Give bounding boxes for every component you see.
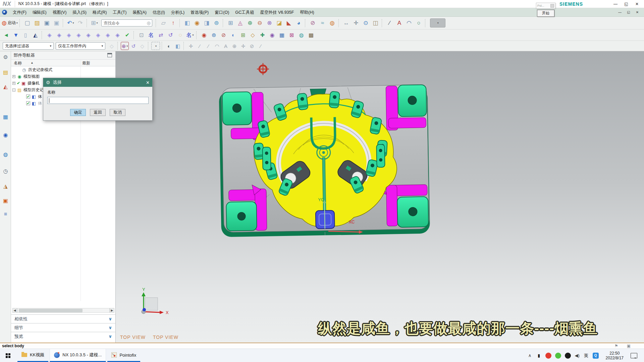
- tree-expander-icon[interactable]: +: [12, 82, 15, 85]
- microphone-icon[interactable]: ▮: [536, 353, 542, 358]
- revolve-button[interactable]: ◉: [193, 18, 202, 27]
- update-button[interactable]: ↺: [166, 31, 175, 40]
- scroll-left-icon[interactable]: ◀: [12, 308, 17, 313]
- window-button[interactable]: ◫: [371, 18, 380, 27]
- minimize-button[interactable]: —: [613, 2, 618, 6]
- half-shade-button[interactable]: ◐: [229, 31, 238, 40]
- datum-axis-button[interactable]: ↑: [169, 18, 178, 27]
- swap-button[interactable]: ⇄: [156, 31, 165, 40]
- highlight-ball-button[interactable]: ◐: [165, 42, 173, 50]
- snap-intersection-button[interactable]: A: [222, 42, 230, 50]
- ring-button[interactable]: ⊚: [209, 31, 218, 40]
- pattern-button[interactable]: ⊞: [226, 18, 235, 27]
- sew-button[interactable]: ≈: [318, 18, 327, 27]
- table-button[interactable]: ▦: [277, 31, 286, 40]
- filter-funnel-button[interactable]: ◄: [2, 31, 11, 40]
- snap-point-button[interactable]: ✛: [187, 42, 195, 50]
- select-next-button[interactable]: ◇: [138, 42, 146, 50]
- save-button[interactable]: ▣: [42, 18, 51, 27]
- menu-星空外挂 V6.935F[interactable]: 星空外挂 V6.935F: [257, 8, 297, 17]
- horizontal-scrollbar[interactable]: ◀ ▶: [12, 308, 114, 313]
- shell-button[interactable]: ◪: [275, 18, 284, 27]
- pointofix-start-button[interactable]: 开始: [537, 10, 554, 17]
- circle-button[interactable]: ○: [414, 18, 423, 27]
- start-button[interactable]: [0, 349, 16, 362]
- dialog-header[interactable]: ⚙ 选择 ✕: [43, 78, 152, 87]
- datum-grid-button[interactable]: ⊡: [137, 31, 146, 40]
- add-button[interactable]: ✚: [258, 31, 267, 40]
- start-app-button[interactable]: ◍启动▾: [2, 18, 18, 27]
- redo-button[interactable]: ↷: [76, 18, 85, 27]
- new-file-button[interactable]: ▢: [23, 18, 32, 27]
- constraint-navigator-tab[interactable]: ◭: [1, 82, 10, 91]
- name-input[interactable]: [47, 97, 149, 104]
- reuse-library-tab[interactable]: ▦: [1, 113, 10, 121]
- open-button[interactable]: ▨: [33, 18, 42, 27]
- arc-button[interactable]: ◠: [405, 18, 414, 27]
- menu-视图(V)[interactable]: 视图(V): [50, 8, 70, 17]
- solid-cube-button[interactable]: ◧: [174, 42, 182, 50]
- snap-arc-center-button[interactable]: ◠: [213, 42, 221, 50]
- menu-GC工具箱[interactable]: GC工具箱: [232, 8, 257, 17]
- pointofix-window-button[interactable]: [550, 4, 554, 8]
- web-browser-tab[interactable]: ◍: [1, 150, 10, 159]
- sync-resize-button[interactable]: ◈: [84, 31, 93, 40]
- extrude-button[interactable]: ◧: [183, 18, 192, 27]
- draft-button[interactable]: ◬: [236, 18, 245, 27]
- menu-窗口(O)[interactable]: 窗口(O): [212, 8, 232, 17]
- block-button[interactable]: ◨: [202, 18, 211, 27]
- blend-button[interactable]: ◕: [294, 18, 303, 27]
- diamond-button[interactable]: ◇: [248, 31, 257, 40]
- speaker-icon[interactable]: ◀): [575, 353, 580, 358]
- name-display-dropdown[interactable]: 名▾: [185, 31, 195, 40]
- tree-checkbox[interactable]: ✔: [26, 101, 30, 105]
- restore-button[interactable]: ◱: [624, 2, 629, 6]
- qq-icon[interactable]: [565, 353, 571, 359]
- sphere-button[interactable]: ◍: [328, 18, 337, 27]
- sync-paste-face-button[interactable]: ◈: [113, 31, 122, 40]
- approve-check-button[interactable]: ✔: [123, 31, 132, 40]
- flag-icon[interactable]: ⚑: [614, 344, 618, 348]
- tray-expand-icon[interactable]: ∧: [527, 353, 533, 358]
- trim-button[interactable]: ⊘: [308, 18, 317, 27]
- snap-endpoint-button[interactable]: ∕: [196, 42, 204, 50]
- move-object-button[interactable]: ✛: [352, 18, 361, 27]
- hatch-button[interactable]: ▩: [307, 31, 316, 40]
- grid-plus-button[interactable]: ⊞: [238, 31, 248, 40]
- taskbar-item-Pointofix[interactable]: Pointofix: [107, 349, 140, 362]
- chamfer-button[interactable]: ◣: [284, 18, 293, 27]
- tree-expander-icon[interactable]: +: [12, 75, 15, 78]
- graphics-viewport[interactable]: YC XC Y: [116, 51, 644, 343]
- hd3d-tool-tab[interactable]: ◉: [1, 131, 10, 139]
- import-body-button[interactable]: ▼: [11, 31, 20, 40]
- name-label-button[interactable]: 名: [147, 31, 156, 40]
- column-latest[interactable]: 最新: [82, 60, 90, 66]
- sync-pull-face-button[interactable]: ◈: [55, 31, 64, 40]
- unite-button[interactable]: ⊕: [246, 18, 255, 27]
- display-mode-dropdown[interactable]: ▾: [430, 18, 445, 27]
- history-tab[interactable]: ◷: [1, 167, 10, 175]
- roles-tab[interactable]: ≡: [1, 210, 10, 218]
- menu-信息(I)[interactable]: 信息(I): [150, 8, 168, 17]
- snap-off-button[interactable]: ⊘: [248, 42, 256, 50]
- show-cube-button[interactable]: ▯: [21, 31, 30, 40]
- select-prev-button[interactable]: ◇: [108, 42, 116, 50]
- menu-分析(L)[interactable]: 分析(L): [168, 8, 187, 17]
- rectangle-select-dropdown[interactable]: ▾: [151, 42, 160, 50]
- snap-existing-point-button[interactable]: ✛: [239, 42, 247, 50]
- shaded-sphere-button[interactable]: ◍: [297, 31, 306, 40]
- menu-插入(S)[interactable]: 插入(S): [69, 8, 90, 17]
- sync-copy-face-button[interactable]: ◈: [103, 31, 112, 40]
- panel-pin-icon[interactable]: [107, 53, 112, 57]
- tree-row[interactable]: ◷历史记录模式: [11, 66, 115, 73]
- save-as-button[interactable]: ▣: [52, 18, 61, 27]
- monitor-icon[interactable]: ▣: [627, 344, 631, 348]
- line-button[interactable]: ∕: [385, 18, 394, 27]
- wcs-button[interactable]: ⊙: [361, 18, 370, 27]
- measure-button[interactable]: ↔: [342, 18, 351, 27]
- section-相依性[interactable]: 相依性∨: [11, 314, 115, 323]
- menu-帮助(H)[interactable]: 帮助(H): [297, 8, 317, 17]
- menu-首选项(P)[interactable]: 首选项(P): [187, 8, 212, 17]
- scroll-right-icon[interactable]: ▶: [110, 308, 114, 313]
- taskbar-clock[interactable]: 22:50 2022/8/17: [602, 351, 627, 360]
